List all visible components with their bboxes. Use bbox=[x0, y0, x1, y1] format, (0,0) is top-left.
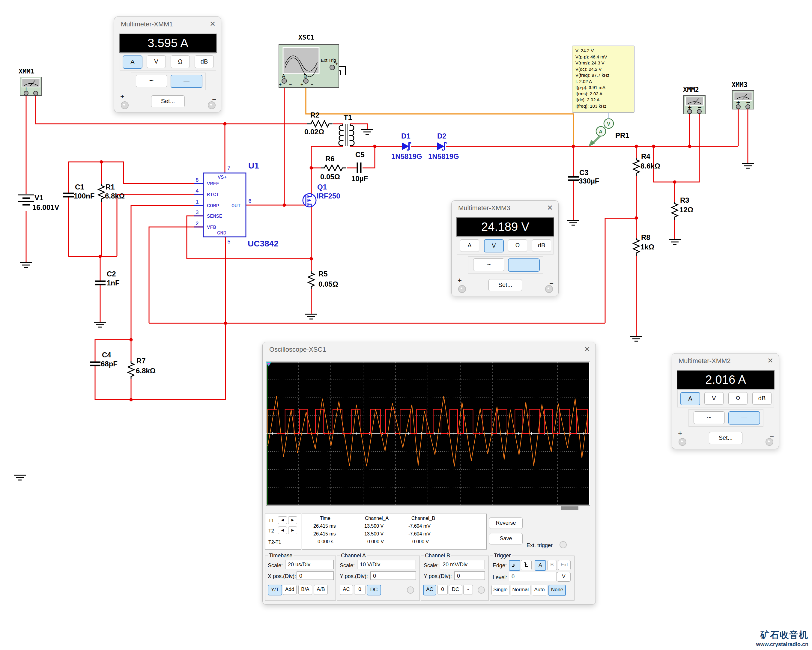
ac-mode-button[interactable]: ∼ bbox=[694, 411, 725, 424]
svg-text:B: B bbox=[304, 73, 307, 79]
mode-ohm-button[interactable]: Ω bbox=[728, 392, 748, 405]
ba-mode-button[interactable]: B/A bbox=[298, 584, 312, 595]
timebase-scale-input[interactable]: 20 us/Div bbox=[285, 560, 334, 569]
watermark: 矿石收音机 www.crystalradio.cn bbox=[756, 629, 808, 648]
timebase-xpos-input[interactable]: 0 bbox=[296, 571, 334, 580]
capacitor-C2[interactable]: C2 1nF bbox=[95, 270, 120, 287]
cell: 26.415 ms bbox=[313, 531, 336, 537]
instrument-icon-xmm3[interactable]: + − XMM3 bbox=[732, 81, 754, 109]
mode-volt-button[interactable]: V bbox=[704, 392, 723, 405]
trigger-b-button[interactable]: B bbox=[547, 560, 557, 570]
channel-a-dc-button[interactable]: DC bbox=[367, 584, 381, 595]
channel-b-ac-button[interactable]: AC bbox=[423, 584, 436, 595]
t2-right-arrow-icon[interactable]: ► bbox=[288, 526, 297, 534]
mode-ampere-button[interactable]: A bbox=[680, 392, 700, 405]
channel-b-radio[interactable] bbox=[478, 586, 485, 594]
minus-terminal[interactable] bbox=[545, 285, 553, 293]
capacitor-C1[interactable]: C1 100nF bbox=[63, 183, 95, 200]
t2-left-arrow-icon[interactable]: ◄ bbox=[278, 526, 287, 534]
channel-a-ac-button[interactable]: AC bbox=[340, 584, 353, 595]
trigger-level-input[interactable]: 0 bbox=[509, 572, 557, 581]
edge-falling-icon[interactable] bbox=[521, 560, 532, 570]
probe-line: V: 24.2 V bbox=[575, 48, 634, 54]
resistor-R6[interactable]: R6 0.05Ω bbox=[320, 155, 346, 181]
multimeter-xmm3-dialog: Multimeter-XMM3 ✕ 24.189 V A V Ω dB ∼ — … bbox=[451, 200, 559, 296]
t1-left-arrow-icon[interactable]: ◄ bbox=[278, 516, 287, 524]
ext-trigger-radio[interactable] bbox=[560, 541, 567, 548]
trigger-auto-button[interactable]: Auto bbox=[532, 584, 547, 595]
trigger-normal-button[interactable]: Normal bbox=[511, 584, 530, 595]
close-icon[interactable]: ✕ bbox=[210, 20, 215, 28]
svg-text:−: − bbox=[289, 82, 292, 87]
close-icon[interactable]: ✕ bbox=[767, 357, 773, 365]
yt-mode-button[interactable]: Y/T bbox=[268, 584, 282, 595]
mode-ohm-button[interactable]: Ω bbox=[171, 55, 190, 68]
channel-a-zero-button[interactable]: 0 bbox=[354, 584, 366, 595]
capacitor-C4[interactable]: C4 68pF bbox=[90, 351, 118, 368]
ab-mode-button[interactable]: A/B bbox=[314, 584, 328, 595]
mode-ampere-button[interactable]: A bbox=[123, 55, 142, 69]
minus-terminal[interactable] bbox=[766, 438, 773, 446]
trigger-single-button[interactable]: Single bbox=[491, 584, 510, 595]
close-icon[interactable]: ✕ bbox=[547, 204, 553, 212]
channel-b-ypos-input[interactable]: 0 bbox=[454, 571, 485, 580]
svg-text:6.8kΩ: 6.8kΩ bbox=[136, 367, 156, 375]
trigger-none-button[interactable]: None bbox=[548, 584, 566, 596]
instrument-icon-xsc1[interactable]: XSC1 Ext Trig + − A B + − + − bbox=[279, 34, 339, 87]
svg-text:U1: U1 bbox=[248, 161, 259, 170]
plus-terminal[interactable] bbox=[679, 438, 686, 446]
set-button[interactable]: Set... bbox=[709, 432, 742, 444]
measurement-table: Time Channel_A Channel_B 26.415 ms 13.50… bbox=[302, 514, 487, 549]
reverse-button[interactable]: Reverse bbox=[489, 517, 523, 529]
instrument-icon-xmm2[interactable]: + − XMM2 bbox=[683, 86, 705, 114]
scale-label: Scale: bbox=[340, 563, 355, 569]
mode-ampere-button[interactable]: A bbox=[460, 239, 479, 252]
close-icon[interactable]: ✕ bbox=[584, 345, 590, 354]
dc-mode-button[interactable]: — bbox=[508, 258, 540, 272]
cell: 26.415 ms bbox=[313, 523, 336, 529]
svg-text:R1: R1 bbox=[105, 183, 115, 191]
channel-b-zero-button[interactable]: 0 bbox=[438, 584, 448, 595]
ac-mode-button[interactable]: ∼ bbox=[136, 75, 167, 87]
resistor-R1[interactable]: R1 6.8kΩ bbox=[98, 183, 125, 202]
channel-a-ypos-input[interactable]: 0 bbox=[370, 571, 416, 580]
t1-right-arrow-icon[interactable]: ► bbox=[288, 516, 297, 524]
save-button[interactable]: Save bbox=[489, 533, 523, 545]
svg-text:A: A bbox=[599, 129, 602, 134]
set-button[interactable]: Set... bbox=[151, 95, 185, 107]
mode-db-button[interactable]: dB bbox=[752, 392, 772, 405]
minus-terminal[interactable] bbox=[208, 101, 215, 109]
scope-scrollbar-handle[interactable] bbox=[561, 507, 578, 510]
capacitor-C5[interactable]: C5 10µF bbox=[351, 151, 368, 183]
mode-volt-button[interactable]: V bbox=[147, 55, 166, 68]
channel-a-radio[interactable] bbox=[407, 586, 414, 594]
trigger-a-button[interactable]: A bbox=[535, 560, 546, 571]
trigger-ext-button[interactable]: Ext bbox=[558, 560, 571, 570]
mode-ohm-button[interactable]: Ω bbox=[508, 239, 527, 252]
mosfet-Q1[interactable]: Q1 IRF250 bbox=[303, 183, 340, 207]
mode-volt-button[interactable]: V bbox=[484, 239, 504, 252]
resistor-R4[interactable]: R4 8.6kΩ bbox=[633, 152, 660, 176]
transformer-T1[interactable]: T1 bbox=[339, 113, 354, 146]
plus-terminal[interactable] bbox=[121, 101, 129, 109]
mode-db-button[interactable]: dB bbox=[195, 55, 214, 68]
channel-b-scale-input[interactable]: 20 mV/Div bbox=[440, 560, 485, 569]
edge-rising-icon[interactable] bbox=[509, 560, 520, 571]
dc-mode-button[interactable]: — bbox=[728, 411, 760, 424]
channel-b-minus-button[interactable]: - bbox=[463, 584, 473, 595]
add-mode-button[interactable]: Add bbox=[283, 584, 296, 595]
plus-terminal[interactable] bbox=[458, 285, 466, 293]
capacitor-C3[interactable]: C3 330µF bbox=[568, 168, 600, 185]
svg-text:10µF: 10µF bbox=[351, 174, 368, 183]
ac-mode-button[interactable]: ∼ bbox=[473, 258, 504, 271]
resistor-R7[interactable]: R7 6.8kΩ bbox=[128, 357, 156, 379]
dc-mode-button[interactable]: — bbox=[171, 75, 202, 88]
instrument-icon-xmm1[interactable]: + − XMM1 bbox=[18, 67, 42, 96]
set-button[interactable]: Set... bbox=[488, 279, 522, 291]
channel-a-scale-input[interactable]: 10 V/Div bbox=[357, 560, 416, 569]
mode-db-button[interactable]: dB bbox=[532, 239, 551, 252]
resistor-R5[interactable]: R5 0.05Ω bbox=[308, 270, 338, 289]
battery-V1[interactable]: V1 16.001V bbox=[18, 194, 59, 211]
resistor-R2[interactable]: R2 0.02Ω bbox=[304, 111, 333, 136]
channel-b-dc-button[interactable]: DC bbox=[449, 584, 462, 595]
